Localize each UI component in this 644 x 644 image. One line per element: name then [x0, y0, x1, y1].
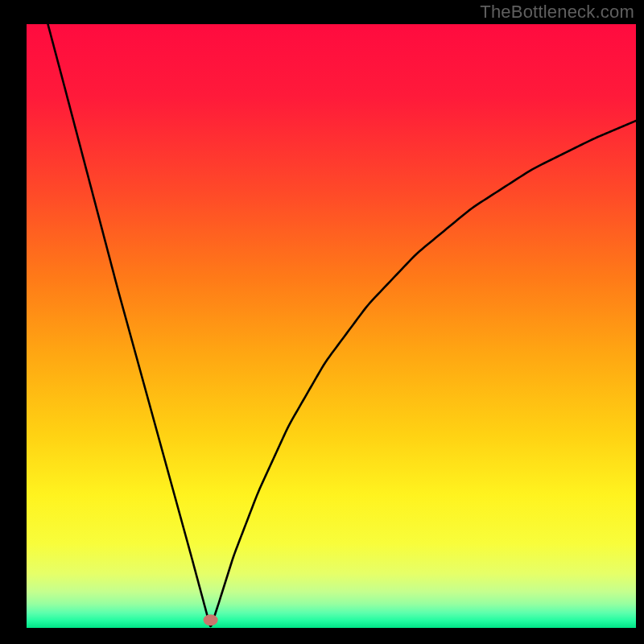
curve-overlay	[27, 24, 636, 628]
chart-plot-area	[27, 24, 636, 628]
optimal-point-marker	[204, 614, 218, 625]
bottleneck-curve	[48, 24, 637, 626]
watermark-label: TheBottleneck.com	[480, 2, 634, 23]
